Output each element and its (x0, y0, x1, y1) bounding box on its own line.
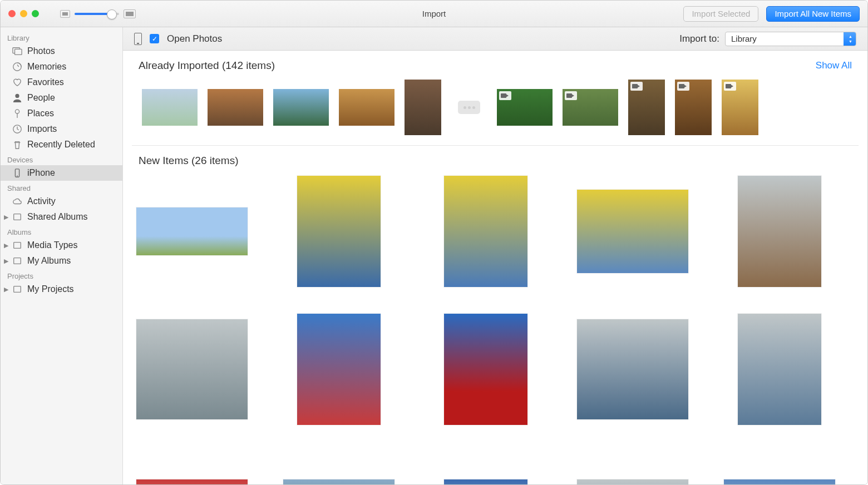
sidebar-item-label: People (27, 93, 55, 103)
sidebar-item-label: Media Types (27, 240, 77, 250)
new-item-thumbnail[interactable] (738, 314, 821, 425)
import-all-button[interactable]: Import All New Items (766, 6, 860, 22)
new-item-thumbnail[interactable] (738, 176, 821, 287)
svg-rect-12 (14, 286, 21, 293)
sidebar-item-label: My Albums (27, 256, 71, 266)
sidebar-item-shared-albums[interactable]: ▶Shared Albums (1, 209, 122, 225)
sidebar-item-label: Recently Deleted (27, 140, 95, 150)
zoom-window-icon[interactable] (32, 10, 39, 17)
thumbnail-zoom-slider[interactable] (75, 13, 119, 15)
cloud-icon (12, 197, 23, 206)
iphone-icon (12, 169, 23, 177)
imported-thumbnail[interactable] (497, 89, 553, 126)
new-item-thumbnail[interactable] (297, 314, 381, 425)
import-selected-button[interactable]: Import Selected (683, 6, 758, 22)
sidebar-section-header: Library (1, 31, 122, 43)
sidebar-item-my-albums[interactable]: ▶My Albums (1, 253, 122, 269)
more-items-button[interactable] (458, 101, 480, 114)
sidebar-item-people[interactable]: People (1, 90, 122, 106)
video-icon (677, 82, 689, 91)
sidebar-item-my-projects[interactable]: ▶My Projects (1, 281, 122, 297)
trash-icon (12, 140, 23, 149)
sidebar-item-iphone[interactable]: iPhone (1, 165, 122, 181)
new-items-header: New Items (26 items) (123, 146, 867, 171)
new-item-thumbnail[interactable] (444, 176, 527, 287)
photos-icon (12, 47, 23, 56)
titlebar: Import Import Selected Import All New It… (1, 1, 867, 27)
imported-thumbnail[interactable] (405, 80, 441, 135)
imported-thumbnail[interactable] (675, 80, 712, 135)
new-item-thumbnail[interactable] (444, 479, 527, 484)
sidebar-item-label: iPhone (27, 168, 55, 178)
person-icon (12, 93, 23, 102)
sidebar-section-header: Albums (1, 225, 122, 237)
imported-thumbnail[interactable] (628, 80, 665, 135)
video-icon (499, 91, 511, 100)
open-photos-label: Open Photos (167, 33, 222, 44)
chevron-right-icon[interactable]: ▶ (4, 286, 9, 293)
chevron-right-icon[interactable]: ▶ (4, 214, 9, 221)
sidebar-item-label: Imports (27, 124, 57, 134)
minimize-window-icon[interactable] (20, 10, 27, 17)
sidebar-item-label: Photos (27, 46, 55, 56)
sidebar-item-label: Memories (27, 62, 66, 72)
new-item-thumbnail[interactable] (577, 319, 688, 419)
imported-thumbnail[interactable] (142, 89, 198, 126)
new-items-title: New Items (26 items) (139, 155, 238, 167)
sidebar-section-header: Shared (1, 181, 122, 194)
chevron-right-icon[interactable]: ▶ (4, 258, 9, 265)
content-area: ✓ Open Photos Import to: Library ▲▼ Alre… (123, 27, 867, 484)
sidebar-item-memories[interactable]: Memories (1, 59, 122, 75)
clock-icon (12, 125, 23, 133)
sidebar-item-imports[interactable]: Imports (1, 121, 122, 137)
album-icon (12, 212, 23, 221)
new-item-thumbnail[interactable] (297, 176, 381, 287)
sidebar-item-media-types[interactable]: ▶Media Types (1, 237, 122, 253)
open-photos-checkbox[interactable]: ✓ (150, 34, 159, 43)
app-window: Import Import Selected Import All New It… (0, 0, 868, 485)
memories-icon (12, 62, 23, 71)
sidebar-item-places[interactable]: Places (1, 106, 122, 121)
svg-rect-9 (14, 214, 21, 220)
chevron-right-icon[interactable]: ▶ (4, 242, 9, 249)
sidebar-section-header: Devices (1, 152, 122, 165)
imported-thumbnail[interactable] (208, 89, 263, 126)
new-item-thumbnail[interactable] (577, 190, 688, 273)
new-item-thumbnail[interactable] (724, 479, 835, 484)
imported-thumbnail[interactable] (339, 89, 394, 126)
new-item-thumbnail[interactable] (577, 479, 688, 484)
imported-thumbnail[interactable] (563, 89, 618, 126)
sidebar-item-recently-deleted[interactable]: Recently Deleted (1, 137, 122, 152)
window-controls (8, 10, 39, 17)
thumbnail-zoom (60, 9, 136, 18)
thumbnail-small-icon[interactable] (60, 10, 70, 18)
import-to-label: Import to: (679, 33, 719, 44)
new-item-thumbnail[interactable] (136, 319, 248, 419)
album-icon (12, 256, 23, 265)
pin-icon (12, 109, 23, 118)
thumbnail-large-icon[interactable] (124, 9, 136, 18)
new-item-thumbnail[interactable] (136, 479, 248, 484)
new-item-thumbnail[interactable] (136, 207, 248, 255)
sidebar-item-label: Favorites (27, 77, 64, 87)
import-to-select[interactable]: Library ▲▼ (725, 32, 856, 46)
svg-rect-11 (14, 258, 21, 264)
new-item-thumbnail[interactable] (283, 479, 394, 484)
album-icon (12, 285, 23, 294)
imported-thumbnail[interactable] (273, 89, 329, 126)
sidebar-section-header: Projects (1, 269, 122, 281)
close-window-icon[interactable] (8, 10, 16, 17)
already-imported-title: Already Imported (142 items) (139, 60, 275, 72)
imported-thumbnail[interactable] (722, 80, 758, 135)
sidebar-item-activity[interactable]: Activity (1, 194, 122, 209)
show-all-link[interactable]: Show All (816, 60, 852, 71)
video-icon (630, 82, 643, 91)
sidebar-item-favorites[interactable]: Favorites (1, 75, 122, 90)
svg-rect-1 (15, 49, 22, 55)
import-options-bar: ✓ Open Photos Import to: Library ▲▼ (123, 27, 867, 51)
new-item-thumbnail[interactable] (444, 314, 527, 425)
iphone-icon (134, 33, 142, 45)
svg-rect-10 (14, 242, 21, 249)
video-icon (565, 91, 577, 100)
sidebar-item-photos[interactable]: Photos (1, 43, 122, 59)
